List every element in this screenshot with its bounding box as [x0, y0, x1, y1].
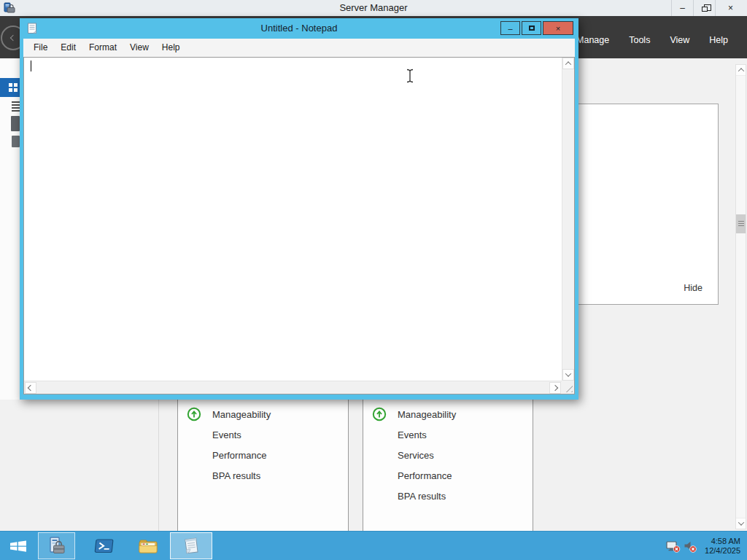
windows-logo-icon [9, 537, 28, 556]
scroll-up-icon[interactable] [562, 58, 574, 69]
resize-grip-icon[interactable] [565, 384, 573, 392]
vertical-scrollbar[interactable] [562, 58, 574, 381]
close-icon: × [728, 3, 733, 13]
restore-button[interactable] [693, 0, 715, 16]
taskbar-notepad-button[interactable] [170, 532, 212, 559]
menu-format[interactable]: Format [82, 39, 123, 57]
close-button[interactable]: × [715, 0, 746, 16]
tray-date: 12/4/2025 [705, 546, 740, 556]
tile-row[interactable]: Performance [363, 465, 533, 486]
window-title: Untitled - Notepad [20, 18, 578, 39]
taskbar-server-manager-button[interactable] [38, 532, 75, 559]
thumb-grip-icon [738, 221, 744, 227]
notepad-text-area[interactable] [23, 57, 575, 394]
tray-time: 4:58 AM [705, 537, 740, 546]
tile-row[interactable]: Events [363, 424, 533, 445]
text-caret [31, 61, 31, 71]
taskbar-powershell-button[interactable] [86, 532, 123, 559]
maximize-button[interactable] [522, 21, 541, 35]
tile-row[interactable]: Manageability [363, 404, 533, 424]
tile-row[interactable]: Events [178, 424, 348, 445]
maximize-icon [529, 26, 535, 31]
status-up-icon [187, 407, 201, 421]
menu-manage[interactable]: Manage [576, 35, 609, 45]
sidebar-item-dashboard[interactable] [0, 78, 20, 97]
powershell-icon [94, 536, 115, 556]
clock[interactable]: 4:58 AM 12/4/2025 [705, 537, 740, 556]
tile-row[interactable]: Services [363, 445, 533, 465]
notepad-icon [181, 536, 201, 556]
ibeam-cursor-icon [405, 69, 415, 83]
tile-row[interactable]: Manageability [178, 404, 348, 424]
menu-view[interactable]: View [670, 35, 689, 45]
scroll-left-icon[interactable] [25, 382, 36, 394]
scrollbar-corner [562, 381, 574, 394]
scroll-up-icon[interactable] [736, 65, 746, 76]
menu-file[interactable]: File [27, 39, 54, 57]
status-up-icon [372, 407, 387, 421]
system-tray: 4:58 AM 12/4/2025 [666, 532, 747, 560]
file-explorer-icon [138, 536, 158, 556]
role-tile-2: Manageability Events Services Performanc… [363, 400, 533, 531]
server-manager-icon [46, 536, 68, 556]
window-title: Server Manager [0, 0, 747, 16]
start-button[interactable] [0, 532, 36, 560]
sidebar-item-all-servers[interactable] [11, 116, 20, 131]
audio-muted-icon[interactable] [683, 539, 697, 553]
minimize-button[interactable]: – [500, 21, 520, 35]
dashboard-tiles: Manageability Events Performance BPA res… [0, 400, 747, 531]
sidebar-item-file-storage[interactable] [12, 136, 20, 147]
close-icon: × [556, 24, 560, 33]
menu-tools[interactable]: Tools [629, 35, 650, 45]
tile-row[interactable]: BPA results [363, 486, 533, 506]
dashboard-icon [9, 83, 18, 92]
role-tile-1: Manageability Events Performance BPA res… [177, 400, 349, 531]
nav-sidebar [0, 58, 20, 400]
hide-link[interactable]: Hide [684, 283, 703, 293]
minimize-icon: – [680, 3, 685, 13]
taskbar: 4:58 AM 12/4/2025 [0, 531, 747, 560]
menu-view[interactable]: View [123, 39, 155, 57]
column-divider [158, 400, 159, 531]
network-disconnected-icon[interactable] [666, 539, 681, 553]
back-arrow-icon [10, 35, 16, 41]
horizontal-scrollbar[interactable] [24, 381, 562, 394]
taskbar-file-explorer-button[interactable] [130, 532, 166, 559]
tile-row[interactable]: Performance [178, 445, 348, 465]
menu-help[interactable]: Help [709, 35, 728, 45]
minimize-button[interactable]: – [671, 0, 693, 16]
scrollbar-thumb[interactable] [736, 214, 746, 233]
tile-row[interactable]: BPA results [178, 465, 348, 486]
restore-icon [702, 7, 708, 12]
minimize-icon: – [508, 24, 512, 33]
scroll-down-icon[interactable] [562, 369, 574, 381]
close-button[interactable]: × [543, 21, 573, 35]
scroll-right-icon[interactable] [549, 382, 561, 394]
menu-edit[interactable]: Edit [54, 39, 82, 57]
notepad-menubar: File Edit Format View Help [23, 39, 575, 57]
notepad-window: Untitled - Notepad – × File Edit Format … [20, 18, 578, 400]
menu-help[interactable]: Help [155, 39, 187, 57]
server-manager-titlebar: Server Manager – × [0, 0, 747, 16]
desktop: Server Manager – × Manage Tools View Hel… [0, 0, 747, 560]
sidebar-item-local-server[interactable] [12, 101, 20, 112]
